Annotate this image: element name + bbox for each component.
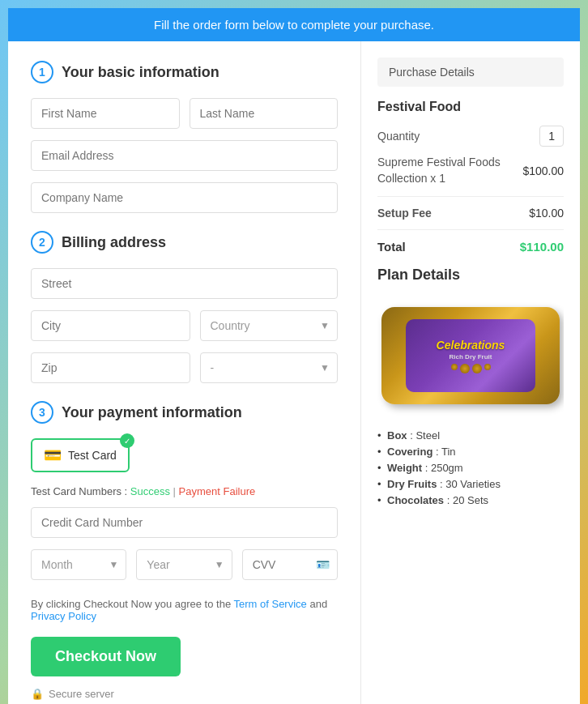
- quantity-row: Quantity 1: [377, 126, 564, 147]
- section1-title: Your basic information: [62, 64, 219, 81]
- month-select[interactable]: Month: [31, 549, 126, 580]
- product-name: Festival Food: [377, 100, 564, 114]
- setup-label: Setup Fee: [377, 207, 432, 220]
- check-badge-icon: ✓: [120, 433, 134, 448]
- city-input[interactable]: [31, 310, 190, 341]
- month-wrapper: Month ▼: [31, 549, 126, 580]
- zip-input[interactable]: [31, 352, 190, 383]
- credit-card-icon: 💳: [44, 446, 62, 464]
- setup-fee-row: Setup Fee $10.00: [377, 207, 564, 220]
- terms-and: and: [307, 598, 327, 610]
- tin-decoration: [451, 364, 491, 373]
- total-value: $110.00: [520, 240, 564, 254]
- privacy-policy-link[interactable]: Privacy Policy: [31, 610, 96, 622]
- city-country-row: Country ▼: [31, 310, 338, 341]
- product-image: Celebrations Rich Dry Fruit: [377, 295, 564, 416]
- terms-text: By clicking Checkout Now you agree to th…: [31, 598, 338, 622]
- company-row: [31, 182, 338, 213]
- zip-state-row: - ▼: [31, 352, 338, 383]
- section-billing: 2 Billing address Country ▼: [31, 231, 338, 383]
- tin-circle-1: [451, 364, 458, 370]
- product-line1: Supreme Festival Foods: [377, 156, 501, 169]
- cvv-wrapper: 🪪: [242, 549, 338, 580]
- year-wrapper: Year ▼: [136, 549, 232, 580]
- expiry-cvv-row: Month ▼ Year ▼ 🪪: [31, 549, 338, 580]
- quantity-label: Quantity: [377, 130, 420, 143]
- secure-label: Secure server: [49, 688, 114, 700]
- section3-header: 3 Your payment information: [31, 401, 338, 424]
- company-input[interactable]: [31, 182, 338, 213]
- name-row: [31, 98, 338, 129]
- first-name-input[interactable]: [31, 98, 180, 129]
- section1-header: 1 Your basic information: [31, 61, 338, 83]
- section2-number: 2: [31, 231, 53, 254]
- tin-box: Celebrations Rich Dry Fruit: [381, 307, 560, 404]
- email-input[interactable]: [31, 140, 338, 171]
- section2-title: Billing address: [62, 234, 166, 251]
- left-panel: 1 Your basic information 2 Billi: [8, 41, 361, 704]
- plan-details-title: Plan Details: [377, 267, 564, 284]
- top-banner: Fill the order form below to complete yo…: [8, 8, 580, 41]
- lock-icon: 🔒: [31, 688, 44, 700]
- tin-subtitle: Rich Dry Fruit: [450, 353, 492, 361]
- last-name-input[interactable]: [190, 98, 339, 129]
- secure-info: 🔒 Secure server: [31, 688, 338, 700]
- tin-brand-text: Celebrations: [437, 339, 505, 352]
- tin-circle-4: [484, 364, 491, 370]
- product-price-row: Supreme Festival Foods Collection x 1 $1…: [377, 155, 564, 186]
- country-wrapper: Country ▼: [200, 310, 339, 341]
- page-wrapper: Fill the order form below to complete yo…: [8, 8, 580, 704]
- test-card-label: Test Card Numbers :: [31, 485, 127, 497]
- card-option-label: Test Card: [68, 449, 117, 462]
- checkout-button[interactable]: Checkout Now: [31, 637, 181, 676]
- success-link[interactable]: Success: [130, 485, 170, 497]
- street-input[interactable]: [31, 268, 338, 299]
- right-panel: Purchase Details Festival Food Quantity …: [361, 41, 580, 704]
- setup-price: $10.00: [529, 207, 564, 220]
- street-row: [31, 268, 338, 299]
- terms-of-service-link[interactable]: Term of Service: [234, 598, 307, 610]
- spec-box: Box : Steel: [377, 429, 564, 442]
- section-basic-info: 1 Your basic information: [31, 61, 338, 213]
- cc-number-wrapper: [31, 507, 338, 538]
- cc-number-input[interactable]: [31, 507, 338, 538]
- section3-title: Your payment information: [62, 404, 242, 421]
- spec-chocolates: Chocolates : 20 Sets: [377, 494, 564, 506]
- divider-line2: [377, 229, 564, 230]
- divider-pipe: |: [173, 485, 179, 497]
- section1-number: 1: [31, 61, 53, 83]
- spec-covering: Covering : Tin: [377, 446, 564, 458]
- state-select[interactable]: -: [200, 352, 339, 383]
- purchase-details-header: Purchase Details: [377, 58, 564, 87]
- total-row: Total $110.00: [377, 240, 564, 254]
- tin-circle-3: [472, 364, 482, 373]
- tin-circle-2: [460, 364, 470, 373]
- country-select[interactable]: Country: [200, 310, 339, 341]
- test-card-info: Test Card Numbers : Success | Payment Fa…: [31, 485, 338, 497]
- product-description: Supreme Festival Foods Collection x 1: [377, 155, 501, 186]
- email-row: [31, 140, 338, 171]
- spec-dry-fruits: Dry Fruits : 30 Varieties: [377, 478, 564, 490]
- main-content: 1 Your basic information 2 Billi: [8, 41, 580, 704]
- state-wrapper: - ▼: [200, 352, 339, 383]
- tin-inner: Celebrations Rich Dry Fruit: [406, 319, 535, 392]
- cvv-card-icon: 🪪: [316, 558, 330, 571]
- section3-number: 3: [31, 401, 53, 424]
- section2-header: 2 Billing address: [31, 231, 338, 254]
- quantity-value: 1: [539, 126, 564, 147]
- terms-prefix: By clicking Checkout Now you agree to th…: [31, 598, 234, 610]
- spec-weight: Weight : 250gm: [377, 462, 564, 474]
- product-specs-list: Box : Steel Covering : Tin Weight : 250g…: [377, 429, 564, 506]
- banner-text: Fill the order form below to complete yo…: [154, 18, 434, 32]
- product-line2: Collection x 1: [377, 172, 445, 185]
- year-select[interactable]: Year: [136, 549, 232, 580]
- section-payment: 3 Your payment information 💳 Test Card ✓…: [31, 401, 338, 580]
- test-card-option[interactable]: 💳 Test Card ✓: [31, 438, 130, 472]
- product-price: $100.00: [522, 164, 564, 177]
- failure-link[interactable]: Payment Failure: [179, 485, 256, 497]
- total-label: Total: [377, 240, 406, 254]
- divider-line1: [377, 196, 564, 197]
